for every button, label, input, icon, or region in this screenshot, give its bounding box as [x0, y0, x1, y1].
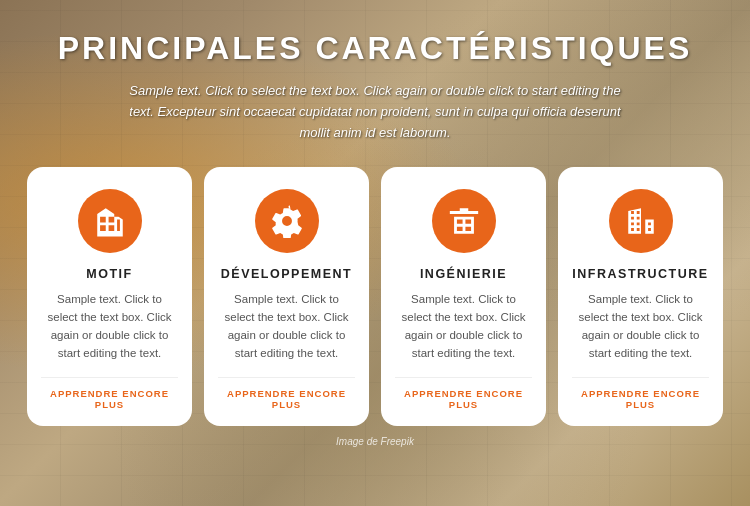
motif-title: MOTIF [86, 267, 132, 281]
card-infrastructure: INFRASTRUCTURE Sample text. Click to sel… [558, 167, 723, 425]
cards-container: MOTIF Sample text. Click to select the t… [20, 167, 730, 425]
motif-icon-circle [78, 189, 142, 253]
card-ingenierie: INGÉNIERIE Sample text. Click to select … [381, 167, 546, 425]
page-content: PRINCIPALES CARACTÉRISTIQUES Sample text… [0, 0, 750, 506]
ingenierie-title: INGÉNIERIE [420, 267, 507, 281]
building-icon [93, 204, 127, 238]
infrastructure-title: INFRASTRUCTURE [572, 267, 708, 281]
card-developpement: DÉVELOPPEMENT Sample text. Click to sele… [204, 167, 369, 425]
ingenierie-link[interactable]: APPRENDRE ENCORE PLUS [395, 377, 532, 410]
motif-link[interactable]: APPRENDRE ENCORE PLUS [41, 377, 178, 410]
infrastructure-icon-circle [609, 189, 673, 253]
ingenierie-icon-circle [432, 189, 496, 253]
developpement-text: Sample text. Click to select the text bo… [218, 291, 355, 362]
footer-credit: Image de Freepik [336, 436, 414, 447]
page-title: PRINCIPALES CARACTÉRISTIQUES [58, 30, 693, 67]
infrastructure-link[interactable]: APPRENDRE ENCORE PLUS [572, 377, 709, 410]
developpement-title: DÉVELOPPEMENT [221, 267, 352, 281]
city-icon [624, 204, 658, 238]
card-motif: MOTIF Sample text. Click to select the t… [27, 167, 192, 425]
developpement-icon-circle [255, 189, 319, 253]
infrastructure-text: Sample text. Click to select the text bo… [572, 291, 709, 362]
crane-icon [447, 204, 481, 238]
motif-text: Sample text. Click to select the text bo… [41, 291, 178, 362]
page-subtitle: Sample text. Click to select the text bo… [125, 81, 625, 143]
ingenierie-text: Sample text. Click to select the text bo… [395, 291, 532, 362]
gear-building-icon [270, 204, 304, 238]
developpement-link[interactable]: APPRENDRE ENCORE PLUS [218, 377, 355, 410]
